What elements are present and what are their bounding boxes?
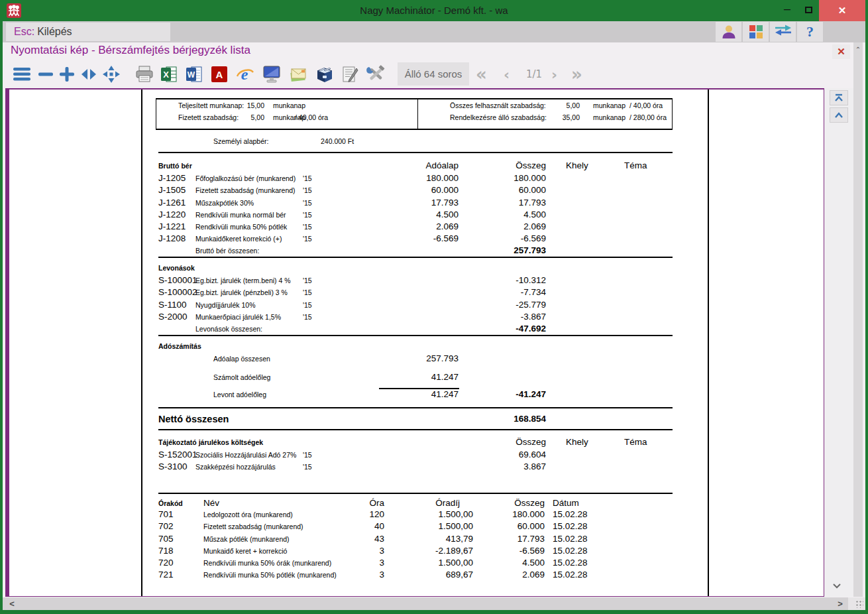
close-button[interactable]: ✕	[819, 0, 865, 21]
deductions-rows: S-100001 Eg.bizt. járulék (term.beni) 4 …	[142, 275, 708, 323]
row-rate: -2.189,67	[394, 545, 473, 557]
monitor-icon	[262, 66, 281, 83]
menu-button[interactable]	[10, 62, 34, 86]
row-desc: Rendkívüli munka normál bér	[195, 209, 286, 221]
first-page-button[interactable]: «	[476, 61, 487, 88]
modules-button[interactable]	[743, 22, 769, 42]
svg-text:W: W	[188, 70, 195, 80]
maximize-button[interactable]	[798, 0, 819, 21]
svg-text:X: X	[163, 70, 169, 80]
prev-page-button[interactable]: ‹	[504, 61, 510, 88]
tax-label: Számolt adóelőleg	[213, 371, 270, 383]
row-adoalap: 17.793	[379, 197, 459, 209]
gross-row: J-1261 Műszakpótlék 30% '15 17.793 17.79…	[142, 197, 708, 209]
next-page-button[interactable]: ›	[551, 61, 557, 88]
fit-page-button[interactable]	[99, 62, 123, 86]
col-header-ora: Óra	[318, 497, 384, 509]
row-osszeg: 60.000	[466, 184, 546, 196]
settings-tools-button[interactable]	[363, 62, 388, 86]
row-year: '15	[303, 286, 312, 298]
gross-row: J-1221 Rendkívüli munka 50% pótlék '15 2…	[142, 221, 708, 233]
horizontal-scrollbar[interactable]: < >	[3, 597, 865, 610]
row-year: '15	[303, 449, 312, 461]
zoom-out-button[interactable]	[34, 62, 58, 86]
row-desc: Rendkívüli munka 50% pótlék	[195, 221, 287, 233]
row-adoalap: 4.500	[379, 209, 459, 221]
excel-icon: X	[160, 66, 178, 83]
panel-close-button[interactable]: ✕	[832, 44, 850, 59]
screen-view-button[interactable]	[259, 62, 284, 86]
layout-selector-button[interactable]: Álló 64 soros	[398, 62, 469, 86]
svg-text:e: e	[241, 66, 248, 83]
open-browser-button[interactable]: e	[233, 62, 258, 86]
gross-row: J-1205 Főfoglalkozású bér (munkarend) '1…	[142, 172, 708, 184]
help-icon: ?	[806, 23, 814, 40]
separator-line	[158, 407, 673, 408]
col-header-khely: Khely	[566, 160, 588, 172]
row-code: J-1505	[158, 184, 186, 196]
summary-row: Összes felhasznált szabadság: 5,00 munka…	[142, 99, 708, 111]
row-desc: Műszakpótlék 30%	[195, 197, 254, 209]
col-header-adoalap: Adóalap	[379, 160, 459, 172]
scroll-down-arrow[interactable]	[832, 580, 844, 591]
help-button[interactable]: ?	[797, 22, 823, 42]
gross-total-label: Bruttó bér összesen:	[195, 245, 259, 257]
scroll-up-button[interactable]	[830, 107, 848, 123]
deduction-row: S-2000 Munkaerőpiaci járulék 1,5% '15 -3…	[142, 311, 708, 323]
row-hours: 3	[318, 557, 384, 569]
info-row: S-3100 Szakképzési hozzájárulás '15 3.86…	[142, 461, 708, 473]
zoom-in-button[interactable]	[55, 62, 79, 86]
archive-button[interactable]	[312, 62, 337, 86]
col-header-oradij: Óradíj	[380, 497, 460, 509]
last-page-button[interactable]: »	[571, 61, 582, 88]
row-code: 718	[158, 545, 174, 557]
scroll-right-arrow[interactable]: >	[835, 597, 845, 610]
edit-note-button[interactable]	[337, 62, 362, 86]
separator-line	[158, 152, 673, 153]
send-mail-button[interactable]	[286, 62, 311, 86]
fit-width-button[interactable]	[77, 62, 101, 86]
row-code: S-2000	[158, 311, 188, 323]
row-desc: Munkaidőkeret korrekció (+)	[195, 233, 282, 245]
export-pdf-button[interactable]: A	[207, 62, 232, 86]
row-amount: -6.569	[465, 545, 545, 557]
row-osszeg: 180.000	[466, 172, 546, 184]
row-code: 701	[158, 509, 174, 521]
row-year: '15	[303, 275, 312, 286]
row-year: '15	[303, 197, 312, 209]
word-icon: W	[186, 66, 203, 83]
row-osszeg: 2.069	[466, 221, 546, 233]
row-adoalap: 60.000	[379, 184, 459, 196]
vertical-scrollbar[interactable]	[824, 88, 853, 597]
row-year: '15	[303, 311, 312, 323]
printer-icon	[135, 66, 154, 83]
scroll-top-button[interactable]	[830, 90, 848, 105]
user-button[interactable]	[716, 22, 741, 42]
row-hours: 120	[318, 509, 384, 521]
export-word-button[interactable]: W	[182, 62, 207, 86]
separator-line	[158, 429, 673, 430]
deductions-total-row: Levonások összesen: -47.692	[142, 323, 708, 335]
modules-grid-icon	[748, 24, 764, 40]
resize-grip[interactable]	[848, 597, 865, 610]
minimize-button[interactable]: –	[777, 0, 798, 21]
maximize-icon	[805, 7, 812, 13]
right-gutter[interactable]: ⌃	[853, 42, 863, 597]
row-code: S-100001	[158, 275, 197, 286]
row-desc: Eg.bizt. járulék (term.beni) 4 %	[195, 275, 291, 286]
col-header-osszeg: Összeg	[466, 160, 546, 172]
row-amount: 2.069	[465, 569, 545, 581]
switch-button[interactable]	[770, 22, 796, 42]
row-year: '15	[303, 461, 312, 473]
row-name: Munkaidő keret + korrekció	[203, 545, 287, 557]
envelope-icon	[289, 66, 307, 82]
collapse-up-icon[interactable]: ⌃	[853, 45, 863, 54]
row-year: '15	[303, 184, 312, 196]
row-osszeg: 17.793	[466, 197, 546, 209]
print-button[interactable]	[132, 62, 157, 86]
esc-exit-button[interactable]: Esc:Kilépés	[6, 23, 170, 41]
row-rate: 689,67	[394, 569, 473, 581]
scroll-left-arrow[interactable]: <	[7, 597, 17, 610]
export-excel-button[interactable]: X	[156, 62, 182, 86]
info-rows: S-152001 Szociális Hozzájárulási Adó 27%…	[142, 449, 708, 473]
